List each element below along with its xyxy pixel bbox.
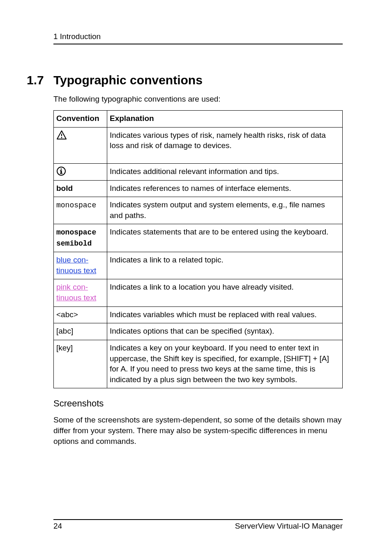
conv-square: [abc] [54,323,107,340]
monospace-sample: monospace [56,201,96,209]
running-header: 1 Introduction [53,32,343,41]
table-row: <abc> Indicates variables which must be … [54,306,343,323]
header-convention: Convention [54,111,107,128]
info-icon [56,166,66,176]
table-row: pink con- tinuous text Indicates a link … [54,279,343,306]
header-explanation: Explanation [107,111,343,128]
table-row: Indicates various types of risk, namely … [54,127,343,163]
table-row: [key] Indicates a key on your keyboard. … [54,340,343,388]
table-row: monospace Indicates system output and sy… [54,197,343,224]
section-number: 1.7 [27,73,53,87]
screenshots-heading: Screenshots [53,398,343,409]
conv-info-icon-cell [54,163,107,180]
table-row: blue con- tinuous text Indicates a link … [54,252,343,279]
table-row: bold Indicates references to names of in… [54,180,343,197]
expl-warning: Indicates various types of risk, namely … [107,127,343,163]
section-title: Typographic conventions [53,73,203,87]
screenshots-paragraph: Some of the screenshots are system-depen… [53,415,343,446]
monospace-semibold-sample-l2: semibold [56,239,92,248]
page-number: 24 [53,522,62,531]
conv-blue-link: blue con- tinuous text [54,252,107,279]
warning-icon [56,130,67,140]
footer-rule [53,519,343,520]
expl-square: Indicates options that can be specified … [107,323,343,340]
intro-text: The following typographic conventions ar… [53,95,343,104]
conv-pink-link: pink con- tinuous text [54,279,107,306]
table-row: monospace semibold Indicates statements … [54,224,343,252]
table-row: Indicates additional relevant informatio… [54,163,343,180]
expl-bold: Indicates references to names of interfa… [107,180,343,197]
conventions-table: Convention Explanation Indicates various… [53,110,343,388]
conv-warning-icon-cell [54,127,107,163]
page: 1 Introduction 1.7 Typographic conventio… [0,0,392,557]
expl-monospace: Indicates system output and system eleme… [107,197,343,224]
conv-angle: <abc> [54,306,107,323]
product-name: ServerView Virtual-IO Manager [235,522,343,531]
svg-rect-6 [60,173,62,174]
expl-monospace-semibold: Indicates statements that are to be ente… [107,224,343,252]
section-heading: 1.7 Typographic conventions [53,73,343,87]
expl-info: Indicates additional relevant informatio… [107,163,343,180]
monospace-semibold-sample-l1: monospace [56,228,96,237]
expl-angle: Indicates variables which must be replac… [107,306,343,323]
conv-bold: bold [54,180,107,197]
expl-blue-link: Indicates a link to a related topic. [107,252,343,279]
bold-sample: bold [56,184,73,193]
pink-link-sample-l1[interactable]: pink con- [56,283,88,291]
page-footer: 24 ServerView Virtual-IO Manager [53,519,343,531]
conv-key: [key] [54,340,107,388]
conv-monospace-semibold: monospace semibold [54,224,107,252]
table-row: [abc] Indicates options that can be spec… [54,323,343,340]
expl-key: Indicates a key on your keyboard. If you… [107,340,343,388]
svg-point-3 [60,168,62,169]
svg-rect-5 [60,170,61,171]
svg-point-1 [61,137,62,138]
expl-pink-link: Indicates a link to a location you have … [107,279,343,306]
table-header-row: Convention Explanation [54,111,343,128]
blue-link-sample-l1[interactable]: blue con- [56,255,88,264]
header-rule [53,44,343,44]
blue-link-sample-l2[interactable]: tinuous text [56,266,96,275]
conv-monospace: monospace [54,197,107,224]
pink-link-sample-l2[interactable]: tinuous text [56,293,96,302]
